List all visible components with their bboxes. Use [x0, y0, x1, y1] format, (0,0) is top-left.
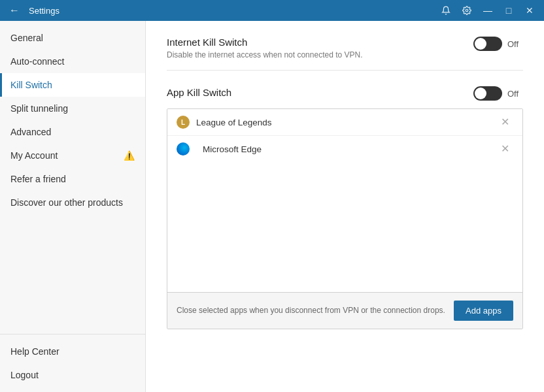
app-window: ← Settings — □ ✕	[0, 0, 544, 392]
sidebar-item-logout[interactable]: Logout	[0, 363, 145, 387]
svg-point-0	[466, 9, 468, 12]
sidebar-item-my-account[interactable]: My Account ⚠️	[0, 144, 145, 167]
internet-kill-switch-desc: Disable the internet access when not con…	[167, 50, 363, 59]
remove-edge-button[interactable]: ✕	[497, 142, 513, 155]
internet-kill-switch-toggle-group: Off	[473, 37, 523, 51]
sidebar-nav: General Auto-connect Kill Switch Split t…	[0, 21, 145, 334]
sidebar-bottom: Help Center Logout	[0, 334, 145, 392]
main-layout: General Auto-connect Kill Switch Split t…	[0, 21, 544, 392]
internet-kill-switch-label: Off	[507, 39, 523, 49]
app-list-box: L League of Legends ✕ Microsoft Edge ✕ C…	[167, 108, 523, 329]
back-button[interactable]: ←	[5, 3, 24, 18]
internet-kill-switch-header: Internet Kill Switch Disable the interne…	[167, 37, 523, 71]
internet-kill-switch-knob	[475, 38, 486, 50]
remove-lol-button[interactable]: ✕	[497, 116, 513, 129]
notification-button[interactable]	[437, 1, 455, 20]
sidebar-item-discover[interactable]: Discover our other products	[0, 191, 145, 214]
sidebar-item-help-center[interactable]: Help Center	[0, 340, 145, 363]
content-area: Internet Kill Switch Disable the interne…	[146, 21, 544, 392]
app-kill-switch-toggle-group: Off	[473, 86, 523, 101]
app-list-item-lol: L League of Legends ✕	[167, 109, 522, 136]
window-controls: — □ ✕	[437, 1, 539, 20]
sidebar-item-refer-a-friend[interactable]: Refer a friend	[0, 167, 145, 191]
window-title: Settings	[29, 6, 437, 16]
add-apps-button[interactable]: Add apps	[454, 301, 513, 321]
sidebar: General Auto-connect Kill Switch Split t…	[0, 21, 146, 392]
close-button[interactable]: ✕	[520, 1, 539, 20]
internet-kill-switch-toggle[interactable]	[473, 37, 502, 51]
app-kill-switch-title: App Kill Switch	[167, 87, 231, 98]
minimize-button[interactable]: —	[479, 1, 497, 20]
app-kill-switch-knob	[475, 88, 486, 99]
app-name-edge: Microsoft Edge	[203, 144, 497, 154]
app-list-item-edge: Microsoft Edge ✕	[167, 136, 522, 162]
internet-kill-switch-title: Internet Kill Switch	[167, 37, 363, 48]
app-kill-switch-section: App Kill Switch Off L League of Legends	[167, 86, 523, 329]
app-list-footer: Close selected apps when you disconnect …	[167, 292, 522, 329]
maximize-button[interactable]: □	[500, 1, 518, 20]
warning-icon: ⚠️	[124, 150, 135, 161]
app-kill-switch-label: Off	[507, 89, 523, 99]
sidebar-item-advanced[interactable]: Advanced	[0, 120, 145, 144]
internet-kill-switch-title-group: Internet Kill Switch Disable the interne…	[167, 37, 363, 59]
app-name-lol: League of Legends	[196, 118, 497, 127]
internet-kill-switch-section: Internet Kill Switch Disable the interne…	[167, 37, 523, 71]
footer-text: Close selected apps when you disconnect …	[177, 305, 445, 316]
app-list-items: L League of Legends ✕ Microsoft Edge ✕	[167, 109, 522, 292]
app-kill-switch-toggle[interactable]	[473, 86, 502, 101]
sidebar-item-auto-connect[interactable]: Auto-connect	[0, 50, 145, 73]
sidebar-item-kill-switch[interactable]: Kill Switch	[0, 73, 145, 97]
edge-icon	[177, 142, 190, 155]
sidebar-item-general[interactable]: General	[0, 26, 145, 50]
settings-icon-button[interactable]	[458, 1, 476, 20]
title-bar: ← Settings — □ ✕	[0, 0, 544, 21]
sidebar-item-split-tunneling[interactable]: Split tunneling	[0, 97, 145, 120]
lol-icon: L	[177, 116, 190, 129]
